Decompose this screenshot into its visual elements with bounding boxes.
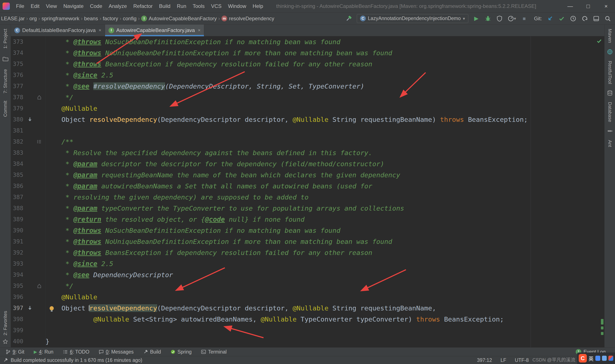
tab-defaultlistablebeanfactory-java[interactable]: CDefaultListableBeanFactory.java× <box>11 25 105 36</box>
breadcrumb-item-factory[interactable]: factory <box>102 15 119 22</box>
line-number: 384 <box>11 158 23 169</box>
tool-window-button-6-todo[interactable]: 6: TODO <box>63 349 89 355</box>
history-button[interactable] <box>570 14 576 23</box>
ime-settings-icon[interactable] <box>602 356 607 361</box>
tool-window-button-spring[interactable]: Spring <box>170 349 192 355</box>
tool-window-button-4-run[interactable]: ▶4: Run <box>34 349 53 355</box>
rollback-button[interactable] <box>581 14 588 23</box>
code-line-393: 393 * @since 2.5 <box>11 258 604 269</box>
tab-close-icon[interactable]: × <box>99 27 101 33</box>
window-title: thinking-in-spring - AutowireCapableBean… <box>276 3 536 9</box>
code-lines: 373 * @throws NoSuchBeanDefinitionExcept… <box>11 36 604 347</box>
minimize-button[interactable]: — <box>561 3 579 10</box>
gutter: 385 <box>11 169 45 181</box>
vcs-scroll-mark <box>601 319 603 325</box>
ime-keyboard-icon[interactable] <box>595 356 600 361</box>
tool-window-button-build[interactable]: Build <box>143 349 161 355</box>
tool-button-commit[interactable]: Commit <box>2 101 8 117</box>
maximize-button[interactable]: □ <box>579 3 597 10</box>
menu-build[interactable]: Build <box>156 3 174 9</box>
intention-bulb-icon[interactable] <box>48 304 55 316</box>
commit-button[interactable] <box>558 14 565 23</box>
menu-edit[interactable]: Edit <box>27 3 43 9</box>
run-button[interactable]: ▶ <box>473 14 480 23</box>
menu-help[interactable]: Help <box>249 3 266 9</box>
build-hammer-button[interactable] <box>345 14 352 23</box>
tab-close-icon[interactable]: × <box>198 27 201 33</box>
interface-icon: I <box>108 27 114 33</box>
breadcrumb-item-resolvedependency[interactable]: mresolveDependency <box>220 15 275 22</box>
inspections-ok-icon[interactable] <box>596 38 602 45</box>
tool-button-2-favorites[interactable]: 2: Favorites <box>2 311 8 335</box>
profiler-button[interactable]: ▾ <box>508 14 516 23</box>
tool-button-1-project[interactable]: 1: Project <box>2 29 8 49</box>
menu-code[interactable]: Code <box>87 3 105 9</box>
menu-file[interactable]: File <box>13 3 27 9</box>
breadcrumb-item-beans[interactable]: beans <box>83 15 99 22</box>
gutter: 389 <box>11 214 45 225</box>
ant-icon[interactable] <box>607 128 613 134</box>
tab-autowirecapablebeanfactory-java[interactable]: IAutowireCapableBeanFactory.java× <box>105 25 204 36</box>
menu-navigate[interactable]: Navigate <box>60 3 87 9</box>
line-number: 380 <box>11 114 23 125</box>
gutter: 384 <box>11 158 45 169</box>
menu-refactor[interactable]: Refactor <box>130 3 156 9</box>
update-project-button[interactable] <box>547 14 553 23</box>
gutter: 387 <box>11 192 45 203</box>
coverage-button[interactable] <box>496 14 503 23</box>
fold-marker-icon[interactable] <box>37 283 42 288</box>
tool-button-ant[interactable]: Ant <box>607 140 613 147</box>
star-icon[interactable] <box>2 339 8 344</box>
tool-button-maven[interactable]: Maven <box>607 29 613 43</box>
code-line-378: 378 */ <box>11 92 604 103</box>
diff-button[interactable] <box>593 14 600 23</box>
caret-position[interactable]: 397:12 <box>477 357 492 363</box>
render-doc-toggle-icon[interactable] <box>37 139 42 144</box>
line-separator[interactable]: LF <box>501 357 506 363</box>
globe-icon[interactable] <box>607 49 613 55</box>
close-button[interactable]: × <box>597 3 615 10</box>
tool-window-button-0-messages[interactable]: 0: Messages <box>99 349 134 355</box>
line-number: 392 <box>11 247 23 258</box>
gutter: 394 <box>11 269 45 280</box>
ime-skin-icon[interactable] <box>608 356 613 361</box>
search-everywhere-button[interactable] <box>604 14 611 23</box>
menu-view[interactable]: View <box>43 3 60 9</box>
menu-run[interactable]: Run <box>174 3 189 9</box>
code-editor[interactable]: 373 * @throws NoSuchBeanDefinitionExcept… <box>11 36 604 347</box>
file-encoding[interactable]: UTF-8 <box>515 357 529 363</box>
breadcrumb-item-org[interactable]: org <box>28 15 38 22</box>
breadcrumb-item-springframework[interactable]: springframework <box>40 15 80 22</box>
code-text: * resolving the given dependency) are su… <box>45 192 308 203</box>
menu-window[interactable]: Window <box>225 3 249 9</box>
status-bar: Build completed successfully in 1 s 670 … <box>0 356 615 364</box>
menu-analyze[interactable]: Analyze <box>106 3 130 9</box>
stop-button[interactable]: ■ <box>521 14 528 23</box>
database-icon[interactable] <box>607 90 613 96</box>
folder-icon[interactable] <box>2 56 8 62</box>
line-number: 385 <box>11 169 23 181</box>
run-config-select[interactable]: C LazyAnnotationDependencyInjectionDemo … <box>357 14 468 23</box>
messages-icon <box>99 349 104 354</box>
line-number: 396 <box>11 291 23 302</box>
implemented-marker-icon[interactable] <box>27 305 33 311</box>
code-text: * @throws NoUniqueBeanDefinitionExceptio… <box>45 236 392 247</box>
tool-button-restfultool[interactable]: RestfulTool <box>607 61 613 84</box>
breadcrumb-item-autowirecapablebeanfactory[interactable]: IAutowireCapableBeanFactory <box>140 15 218 22</box>
tool-window-button-9-git[interactable]: 9: Git <box>6 349 24 355</box>
gutter: 392 <box>11 247 45 258</box>
spring-icon <box>170 349 175 354</box>
breadcrumb-separator: › <box>99 16 102 22</box>
tool-window-button-terminal[interactable]: Terminal <box>201 349 227 355</box>
csdn-logo-icon: C <box>579 354 587 363</box>
breadcrumb-item-config[interactable]: config <box>122 15 137 22</box>
debug-button[interactable] <box>484 14 491 23</box>
tool-button-7-structure[interactable]: 7: Structure <box>2 69 8 93</box>
fold-marker-icon[interactable] <box>37 95 42 100</box>
implemented-marker-icon[interactable] <box>27 117 33 122</box>
menu-vcs[interactable]: VCS <box>208 3 225 9</box>
gutter: 386 <box>11 181 45 192</box>
menu-tools[interactable]: Tools <box>189 3 208 9</box>
breadcrumb-item-lease-jar[interactable]: LEASE.jar <box>0 15 26 22</box>
tool-button-database[interactable]: Database <box>607 102 613 122</box>
